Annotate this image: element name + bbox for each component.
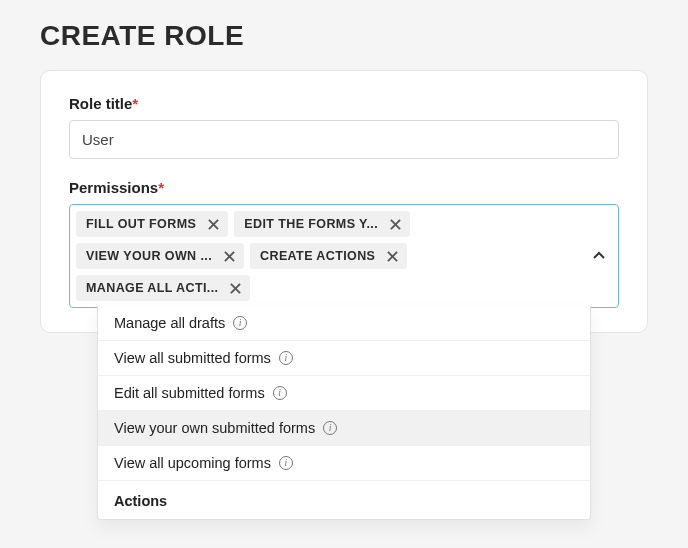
chevron-up-icon[interactable] bbox=[590, 247, 608, 265]
chip-label: VIEW YOUR OWN ... bbox=[86, 249, 212, 263]
chip-label: EDIT THE FORMS Y... bbox=[244, 217, 378, 231]
close-icon[interactable] bbox=[388, 217, 402, 231]
close-icon[interactable] bbox=[206, 217, 220, 231]
dropdown-option[interactable]: Manage all drafts bbox=[98, 306, 590, 341]
dropdown-option[interactable]: Edit all submitted forms bbox=[98, 376, 590, 411]
dropdown-option[interactable]: View all upcoming forms bbox=[98, 446, 590, 481]
close-icon[interactable] bbox=[222, 249, 236, 263]
create-role-card: Role title* Permissions* FILL OUT FORMS … bbox=[40, 70, 648, 333]
dropdown-group-header: Actions bbox=[98, 481, 590, 519]
close-icon[interactable] bbox=[385, 249, 399, 263]
option-label: Edit all submitted forms bbox=[114, 385, 265, 401]
info-icon[interactable] bbox=[279, 351, 293, 365]
permission-chip: VIEW YOUR OWN ... bbox=[76, 243, 244, 269]
info-icon[interactable] bbox=[279, 456, 293, 470]
permission-chip: CREATE ACTIONS bbox=[250, 243, 407, 269]
permission-chip: EDIT THE FORMS Y... bbox=[234, 211, 410, 237]
dropdown-option[interactable]: View all submitted forms bbox=[98, 341, 590, 376]
required-asterisk: * bbox=[158, 179, 164, 196]
permissions-multiselect[interactable]: FILL OUT FORMS EDIT THE FORMS Y... VIEW … bbox=[69, 204, 619, 308]
role-title-label-text: Role title bbox=[69, 95, 132, 112]
permissions-label-text: Permissions bbox=[69, 179, 158, 196]
permissions-label: Permissions* bbox=[69, 179, 619, 196]
option-label: Manage all drafts bbox=[114, 315, 225, 331]
close-icon[interactable] bbox=[228, 281, 242, 295]
option-label: View your own submitted forms bbox=[114, 420, 315, 436]
dropdown-option[interactable]: View your own submitted forms bbox=[98, 411, 590, 446]
info-icon[interactable] bbox=[233, 316, 247, 330]
option-label: View all upcoming forms bbox=[114, 455, 271, 471]
role-title-input[interactable] bbox=[69, 120, 619, 159]
page-title: CREATE ROLE bbox=[40, 20, 648, 52]
role-title-field: Role title* bbox=[69, 95, 619, 159]
chip-label: MANAGE ALL ACTI... bbox=[86, 281, 218, 295]
chip-label: CREATE ACTIONS bbox=[260, 249, 375, 263]
permissions-field: Permissions* FILL OUT FORMS EDIT THE FOR… bbox=[69, 179, 619, 308]
chip-label: FILL OUT FORMS bbox=[86, 217, 196, 231]
permission-chip: FILL OUT FORMS bbox=[76, 211, 228, 237]
info-icon[interactable] bbox=[323, 421, 337, 435]
permission-chip: MANAGE ALL ACTI... bbox=[76, 275, 250, 301]
info-icon[interactable] bbox=[273, 386, 287, 400]
required-asterisk: * bbox=[132, 95, 138, 112]
permissions-dropdown: Manage all drafts View all submitted for… bbox=[97, 306, 591, 520]
option-label: View all submitted forms bbox=[114, 350, 271, 366]
role-title-label: Role title* bbox=[69, 95, 619, 112]
